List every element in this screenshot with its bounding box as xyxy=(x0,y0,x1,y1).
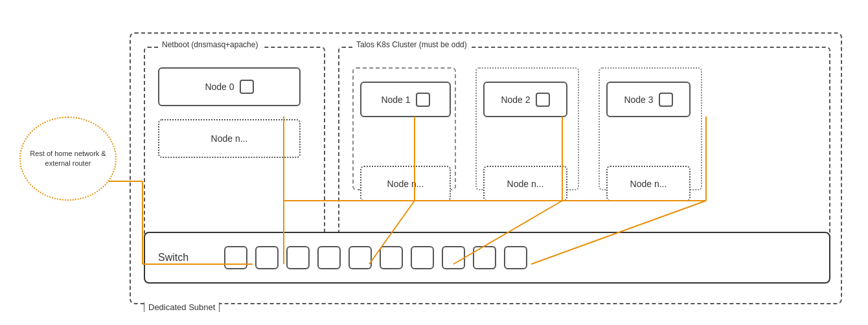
talos-node2-group: Node 2 Node n... xyxy=(475,67,579,190)
home-network-bubble: Rest of home network & external router xyxy=(19,117,117,201)
node-0-port xyxy=(240,80,254,94)
switch-port-9 xyxy=(473,246,496,269)
switch-port-4 xyxy=(317,246,341,269)
talos-node3-n-label: Node n... xyxy=(630,179,667,189)
node-3-port xyxy=(659,93,673,107)
switch-port-7 xyxy=(411,246,434,269)
talos-node1-n-box: Node n... xyxy=(360,166,451,201)
dedicated-subnet-box: Dedicated Subnet Netboot (dnsmasq+apache… xyxy=(130,32,842,304)
talos-node1-group: Node 1 Node n... xyxy=(352,67,456,190)
talos-node3-group: Node 3 Node n... xyxy=(599,67,702,190)
netboot-node-n-box: Node n... xyxy=(158,119,301,158)
talos-node2-n-box: Node n... xyxy=(483,166,567,201)
node-2-label: Node 2 xyxy=(501,95,530,105)
node-1-label: Node 1 xyxy=(381,95,410,105)
talos-label: Talos K8s Cluster (must be odd) xyxy=(352,40,471,49)
netboot-section: Netboot (dnsmasq+apache) Node 0 Node n..… xyxy=(144,47,325,247)
home-network-circle: Rest of home network & external router xyxy=(19,117,117,201)
switch-port-1 xyxy=(224,246,247,269)
node-2-port xyxy=(536,93,550,107)
node-2-box: Node 2 xyxy=(483,82,567,117)
switch-port-3 xyxy=(286,246,310,269)
switch-port-6 xyxy=(380,246,403,269)
switch-box: Switch xyxy=(144,232,830,284)
diagram-container: Rest of home network & external router D… xyxy=(13,13,855,311)
talos-node3-n-box: Node n... xyxy=(606,166,691,201)
node-1-port xyxy=(416,93,430,107)
switch-port-2 xyxy=(255,246,279,269)
switch-port-5 xyxy=(348,246,372,269)
switch-port-8 xyxy=(442,246,465,269)
dedicated-subnet-label: Dedicated Subnet xyxy=(144,302,220,312)
node-0-label: Node 0 xyxy=(205,82,234,92)
home-network-label: Rest of home network & external router xyxy=(21,142,115,175)
netboot-label: Netboot (dnsmasq+apache) xyxy=(158,40,262,49)
switch-port-10 xyxy=(504,246,527,269)
node-0-box: Node 0 xyxy=(158,67,301,106)
talos-node1-n-label: Node n... xyxy=(387,179,424,189)
switch-label: Switch xyxy=(158,252,203,263)
talos-node2-n-label: Node n... xyxy=(507,179,544,189)
talos-section: Talos K8s Cluster (must be odd) Node 1 N… xyxy=(338,47,830,247)
node-1-box: Node 1 xyxy=(360,82,451,117)
node-3-box: Node 3 xyxy=(606,82,691,117)
node-3-label: Node 3 xyxy=(624,95,653,105)
netboot-node-n-label: Node n... xyxy=(211,133,248,144)
